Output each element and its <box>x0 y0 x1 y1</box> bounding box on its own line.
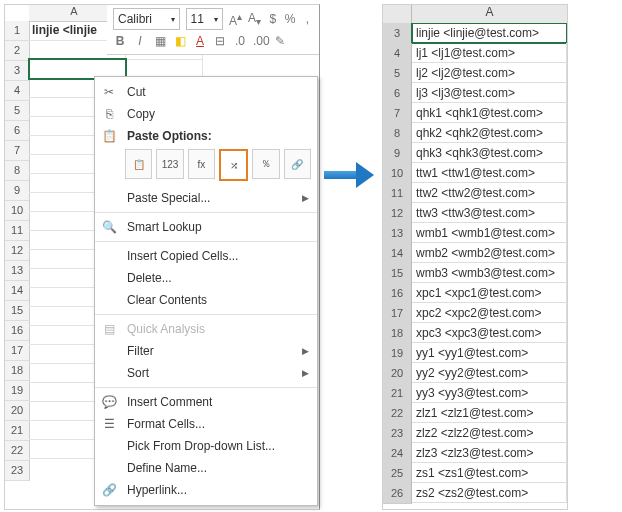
row-header[interactable]: 6 <box>383 83 412 104</box>
cell[interactable]: lj2 <lj2@test.com> <box>412 63 567 83</box>
row-header[interactable]: 23 <box>383 423 412 444</box>
paste-option-link[interactable]: 🔗 <box>284 149 311 179</box>
paste-option-paste[interactable]: 📋 <box>125 149 152 179</box>
cell[interactable]: wmb2 <wmb2@test.com> <box>412 243 567 263</box>
menu-insert-comment[interactable]: 💬 Insert Comment <box>95 391 317 413</box>
row-header[interactable]: 10 <box>383 163 412 184</box>
row-header[interactable]: 16 <box>5 321 30 341</box>
menu-sort[interactable]: Sort <box>95 362 317 384</box>
cell[interactable]: ttw3 <ttw3@test.com> <box>412 203 567 223</box>
right-grid[interactable]: 3linjie <linjie@test.com>4lj1 <lj1@test.… <box>383 23 567 509</box>
menu-paste-special[interactable]: Paste Special... <box>95 187 317 209</box>
row-header[interactable]: 4 <box>5 81 30 101</box>
cell[interactable]: qhk2 <qhk2@test.com> <box>412 123 567 143</box>
row-header[interactable]: 11 <box>383 183 412 204</box>
row-header[interactable]: 6 <box>5 121 30 141</box>
row-header[interactable]: 17 <box>5 341 30 361</box>
cell[interactable]: wmb1 <wmb1@test.com> <box>412 223 567 243</box>
merge-center-icon[interactable]: ⊟ <box>213 34 227 48</box>
row-header[interactable]: 13 <box>383 223 412 244</box>
row-header[interactable]: 19 <box>383 343 412 364</box>
bold-icon[interactable]: B <box>113 34 127 48</box>
row-header[interactable]: 23 <box>5 461 30 481</box>
cell[interactable]: zlz3 <zlz3@test.com> <box>412 443 567 463</box>
fill-color-icon[interactable]: ◧ <box>173 34 187 48</box>
col-header-a[interactable]: A <box>412 5 567 23</box>
row-header[interactable]: 19 <box>5 381 30 401</box>
row-header[interactable]: 18 <box>5 361 30 381</box>
shrink-font-icon[interactable]: A▾ <box>248 11 261 27</box>
font-selector[interactable]: Calibri▾ <box>113 8 180 30</box>
row-header[interactable]: 14 <box>383 243 412 264</box>
cell[interactable]: xpc3 <xpc3@test.com> <box>412 323 567 343</box>
menu-define-name[interactable]: Define Name... <box>95 457 317 479</box>
comma-style-icon[interactable]: , <box>302 12 313 26</box>
cell[interactable]: xpc2 <xpc2@test.com> <box>412 303 567 323</box>
row-header[interactable]: 16 <box>383 283 412 304</box>
row-header[interactable]: 17 <box>383 303 412 324</box>
selectall-corner[interactable] <box>383 5 412 24</box>
row-header[interactable]: 1 <box>5 21 30 41</box>
borders-icon[interactable]: ▦ <box>153 34 167 48</box>
cell[interactable]: zlz2 <zlz2@test.com> <box>412 423 567 443</box>
row-header[interactable]: 2 <box>5 41 30 61</box>
row-header[interactable]: 20 <box>383 363 412 384</box>
row-header[interactable]: 11 <box>5 221 30 241</box>
cell[interactable]: xpc1 <xpc1@test.com> <box>412 283 567 303</box>
row-header[interactable]: 4 <box>383 43 412 64</box>
accounting-format-icon[interactable]: $ <box>267 12 278 26</box>
cell[interactable]: zs1 <zs1@test.com> <box>412 463 567 483</box>
row-header[interactable]: 7 <box>5 141 30 161</box>
decrease-decimal-icon[interactable]: .0 <box>233 34 247 48</box>
row-header[interactable]: 3 <box>5 61 30 81</box>
row-header[interactable]: 18 <box>383 323 412 344</box>
cell[interactable]: zs2 <zs2@test.com> <box>412 483 567 503</box>
cell[interactable]: qhk3 <qhk3@test.com> <box>412 143 567 163</box>
font-size-selector[interactable]: 11▾ <box>186 8 223 30</box>
italic-icon[interactable]: I <box>133 34 147 48</box>
row-header[interactable]: 8 <box>383 123 412 144</box>
cell[interactable]: linjie <linjie@test.com> <box>412 23 567 43</box>
cell[interactable]: yy1 <yy1@test.com> <box>412 343 567 363</box>
paste-option-formulas[interactable]: fx <box>188 149 215 179</box>
format-painter-icon[interactable]: ✎ <box>273 34 287 48</box>
row-header[interactable]: 9 <box>383 143 412 164</box>
paste-option-transpose[interactable]: ⤮ <box>219 149 248 181</box>
grow-font-icon[interactable]: A▴ <box>229 11 242 28</box>
row-header[interactable]: 21 <box>383 383 412 404</box>
row-header[interactable]: 12 <box>383 203 412 224</box>
cell[interactable]: lj1 <lj1@test.com> <box>412 43 567 63</box>
menu-copy[interactable]: ⎘ Copy <box>95 103 317 125</box>
row-header[interactable]: 12 <box>5 241 30 261</box>
menu-insert-copied[interactable]: Insert Copied Cells... <box>95 245 317 267</box>
menu-delete[interactable]: Delete... <box>95 267 317 289</box>
row-header[interactable]: 8 <box>5 161 30 181</box>
row-header[interactable]: 22 <box>5 441 30 461</box>
cell[interactable]: ttw2 <ttw2@test.com> <box>412 183 567 203</box>
row-header[interactable]: 10 <box>5 201 30 221</box>
row-header[interactable]: 22 <box>383 403 412 424</box>
cell[interactable]: yy2 <yy2@test.com> <box>412 363 567 383</box>
font-color-icon[interactable]: A <box>193 34 207 48</box>
row-header[interactable]: 3 <box>383 23 412 44</box>
row-header[interactable]: 20 <box>5 401 30 421</box>
row-header[interactable]: 9 <box>5 181 30 201</box>
increase-decimal-icon[interactable]: .00 <box>253 34 267 48</box>
menu-format-cells[interactable]: ☰ Format Cells... <box>95 413 317 435</box>
menu-clear-contents[interactable]: Clear Contents <box>95 289 317 311</box>
row-header[interactable]: 21 <box>5 421 30 441</box>
row-header[interactable]: 25 <box>383 463 412 484</box>
cell[interactable]: lj3 <lj3@test.com> <box>412 83 567 103</box>
cell[interactable]: zlz1 <zlz1@test.com> <box>412 403 567 423</box>
row-header[interactable]: 24 <box>383 443 412 464</box>
row-header[interactable]: 14 <box>5 281 30 301</box>
paste-option-values[interactable]: 123 <box>156 149 183 179</box>
cell[interactable]: wmb3 <wmb3@test.com> <box>412 263 567 283</box>
percent-format-icon[interactable]: % <box>284 12 295 26</box>
row-header[interactable]: 15 <box>5 301 30 321</box>
menu-cut[interactable]: ✂ Cut <box>95 81 317 103</box>
menu-pick-from-list[interactable]: Pick From Drop-down List... <box>95 435 317 457</box>
row-header[interactable]: 13 <box>5 261 30 281</box>
cell[interactable]: ttw1 <ttw1@test.com> <box>412 163 567 183</box>
menu-smart-lookup[interactable]: 🔍 Smart Lookup <box>95 216 317 238</box>
